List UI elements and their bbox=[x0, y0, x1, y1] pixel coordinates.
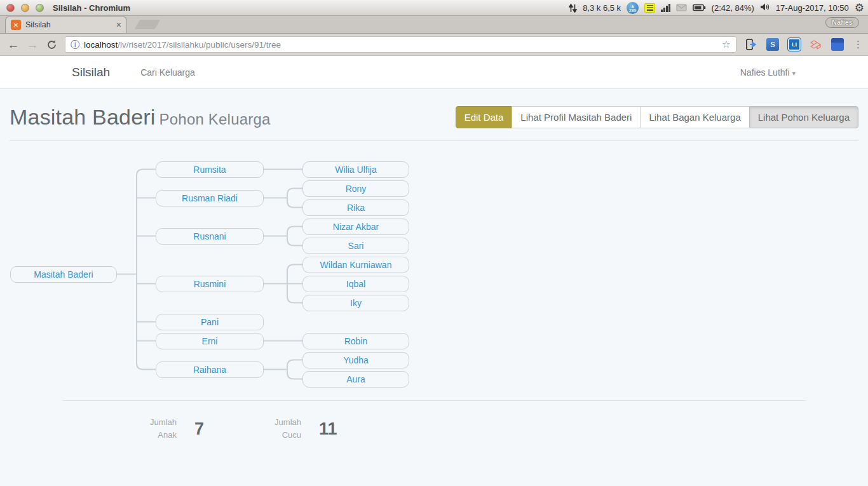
tree-node-grandchild[interactable]: Sari bbox=[302, 238, 409, 254]
mail-indicator-icon[interactable] bbox=[676, 3, 687, 14]
chevron-down-icon: ▾ bbox=[792, 69, 796, 77]
page-content: Masitah BaderiPohon Keluarga Edit Data L… bbox=[0, 89, 868, 486]
nav-item-cari-keluarga[interactable]: Cari Keluarga bbox=[140, 67, 195, 78]
tasklist-indicator-icon[interactable] bbox=[644, 3, 655, 13]
family-tree: Masitah Baderi Rumsita Rusman Riadi Rusn… bbox=[0, 155, 458, 390]
lihat-bagan-button[interactable]: Lihat Bagan Keluarga bbox=[640, 106, 749, 128]
window-controls bbox=[6, 4, 44, 12]
tree-node-child[interactable]: Rumsita bbox=[156, 161, 264, 178]
page-info-icon[interactable]: ⓘ bbox=[71, 40, 79, 49]
reload-button[interactable] bbox=[43, 39, 60, 50]
person-name: Masitah Baderi bbox=[10, 105, 156, 129]
window-close-button[interactable] bbox=[6, 4, 15, 12]
tree-node-child[interactable]: Rusmini bbox=[156, 276, 264, 292]
browser-menu-icon[interactable]: ⋮ bbox=[853, 39, 863, 50]
brand-link[interactable]: Silsilah bbox=[72, 65, 110, 79]
stat-label: Jumlah Anak bbox=[139, 416, 177, 442]
tree-node-root[interactable]: Masitah Baderi bbox=[10, 266, 117, 283]
tree-node-child[interactable]: Rusnani bbox=[156, 228, 264, 245]
new-tab-button[interactable] bbox=[135, 20, 161, 29]
extension-li-icon[interactable]: LI bbox=[788, 38, 801, 51]
battery-status-label: (2:42, 84%) bbox=[712, 3, 754, 13]
lihat-profil-button[interactable]: Lihat Profil Masitah Baderi bbox=[512, 106, 641, 128]
tree-node-child[interactable]: Raihana bbox=[156, 361, 264, 378]
window-maximize-button[interactable] bbox=[36, 4, 44, 12]
back-button[interactable]: ← bbox=[5, 39, 22, 51]
os-top-panel: Silsilah - Chromium 8,3 k 6,5 k ▲ 289 bbox=[0, 0, 868, 16]
header-divider bbox=[10, 140, 858, 141]
bookmark-star-icon[interactable]: ☆ bbox=[722, 39, 731, 50]
forward-button[interactable]: → bbox=[24, 39, 41, 51]
stat-label: Jumlah Cucu bbox=[263, 416, 301, 442]
tree-node-child[interactable]: Pani bbox=[156, 314, 264, 330]
url-path: /lv/riset/2017/silsilahku/public/users/9… bbox=[118, 40, 281, 50]
tree-node-grandchild[interactable]: Iqbal bbox=[302, 276, 409, 292]
tree-node-grandchild[interactable]: Rika bbox=[302, 199, 409, 216]
volume-icon[interactable] bbox=[760, 3, 770, 14]
battery-icon[interactable] bbox=[693, 3, 706, 14]
badge-count: 289 bbox=[629, 8, 637, 13]
stats-section: Jumlah Anak 7 Jumlah Cucu 11 bbox=[62, 400, 806, 442]
badge-up-arrow: ▲ bbox=[630, 4, 635, 8]
user-name: Nafies Luthfi bbox=[740, 67, 790, 78]
tree-node-child[interactable]: Rusman Riadi bbox=[156, 190, 264, 206]
url-host: localhost bbox=[84, 40, 118, 50]
action-button-group: Edit Data Lihat Profil Masitah Baderi Li… bbox=[456, 106, 858, 128]
clock-label: 17-Aug-2017, 10:50 bbox=[776, 3, 849, 13]
stat-jumlah-cucu: Jumlah Cucu 11 bbox=[263, 416, 388, 442]
tree-node-grandchild[interactable]: Wildan Kurniawan bbox=[302, 257, 409, 273]
extension-s-icon[interactable]: S bbox=[766, 38, 779, 51]
tree-node-grandchild[interactable]: Iky bbox=[302, 295, 409, 311]
window-title: Silsilah - Chromium bbox=[53, 3, 130, 13]
stats-divider bbox=[62, 400, 806, 401]
edit-data-button[interactable]: Edit Data bbox=[456, 106, 513, 128]
address-bar[interactable]: ⓘ localhost/lv/riset/2017/silsilahku/pub… bbox=[65, 36, 736, 53]
session-gear-icon[interactable]: ⚙ bbox=[855, 3, 864, 13]
browser-tab-silsilah[interactable]: ✕ Silsilah × bbox=[5, 16, 127, 33]
extension-mobile-view-icon[interactable] bbox=[745, 38, 757, 51]
stat-value-cucu: 11 bbox=[319, 419, 337, 439]
stat-value-anak: 7 bbox=[194, 419, 204, 439]
extension-laravel-icon[interactable] bbox=[810, 38, 822, 51]
tree-node-grandchild[interactable]: Nizar Akbar bbox=[302, 219, 409, 235]
system-tray: 8,3 k 6,5 k ▲ 289 (2:42, 84%) bbox=[569, 0, 864, 16]
tree-node-grandchild[interactable]: Yudha bbox=[302, 352, 409, 368]
tree-node-grandchild[interactable]: Robin bbox=[302, 333, 409, 349]
tab-close-icon[interactable]: × bbox=[116, 20, 121, 30]
lihat-pohon-button[interactable]: Lihat Pohon Keluarga bbox=[749, 106, 858, 128]
app-indicator-badge-icon[interactable]: ▲ 289 bbox=[627, 2, 639, 14]
network-speed-label: 8,3 k 6,5 k bbox=[583, 3, 621, 13]
page-header: Masitah BaderiPohon Keluarga Edit Data L… bbox=[10, 102, 858, 132]
tree-node-grandchild[interactable]: Rony bbox=[302, 180, 409, 197]
stat-jumlah-anak: Jumlah Anak 7 bbox=[139, 416, 263, 442]
tree-node-grandchild[interactable]: Wilia Ulfija bbox=[302, 161, 409, 178]
tab-title: Silsilah bbox=[25, 20, 112, 29]
signal-strength-icon[interactable] bbox=[661, 4, 670, 12]
network-traffic-icon[interactable] bbox=[569, 4, 577, 13]
page-title: Masitah BaderiPohon Keluarga bbox=[10, 105, 271, 130]
browser-toolbar: ← → ⓘ localhost/lv/riset/2017/silsilahku… bbox=[0, 34, 868, 56]
tab-favicon-xampp-icon: ✕ bbox=[11, 20, 21, 30]
tab-strip: ✕ Silsilah × Nafies bbox=[0, 16, 868, 34]
url-text[interactable]: localhost/lv/riset/2017/silsilahku/publi… bbox=[84, 40, 717, 50]
user-dropdown[interactable]: Nafies Luthfi ▾ bbox=[740, 67, 796, 78]
page-subtitle: Pohon Keluarga bbox=[159, 111, 271, 128]
window-minimize-button[interactable] bbox=[21, 4, 29, 12]
app-navbar: Silsilah Cari Keluarga Nafies Luthfi ▾ bbox=[0, 56, 868, 89]
stats-row: Jumlah Anak 7 Jumlah Cucu 11 bbox=[62, 416, 806, 442]
tree-node-grandchild[interactable]: Aura bbox=[302, 371, 409, 388]
desktop-label-badge: Nafies bbox=[825, 17, 859, 28]
tree-node-child[interactable]: Erni bbox=[156, 333, 264, 349]
extension-notes-icon[interactable] bbox=[831, 38, 844, 51]
